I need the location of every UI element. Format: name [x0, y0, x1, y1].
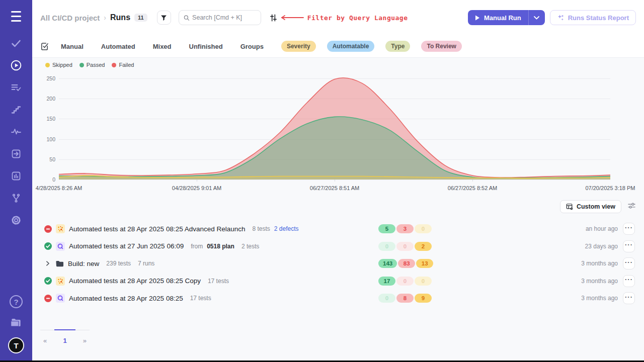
- sidebar-item-activity[interactable]: [9, 125, 23, 139]
- y-tick-label: 50: [49, 156, 55, 162]
- qase-report-icon: [56, 242, 65, 251]
- tab-mixed[interactable]: Mixed: [153, 40, 172, 53]
- skipped-count-badge: 13: [416, 259, 433, 268]
- pagination-page-1[interactable]: 1: [60, 337, 69, 344]
- legend-item-passed[interactable]: Passed: [79, 62, 105, 68]
- row-more-button[interactable]: ···: [623, 257, 635, 269]
- arrow-left-icon: [280, 15, 304, 21]
- passed-count-badge: 17: [378, 277, 395, 286]
- list-check-icon: [10, 81, 22, 94]
- run-row[interactable]: Automated tests at 28 Apr 2025 08:25 Adv…: [40, 220, 636, 238]
- runs-status-report-label: Runs Status Report: [568, 14, 629, 22]
- pill-to-review[interactable]: To Review: [421, 41, 461, 52]
- sidebar-item-integrations[interactable]: [9, 191, 23, 205]
- failed-dot-icon: [112, 63, 116, 67]
- sidebar-item-runs[interactable]: [9, 58, 23, 72]
- row-more-button[interactable]: ···: [623, 223, 635, 235]
- pagination-prev-button[interactable]: «: [40, 337, 50, 344]
- run-tests-count: 2 tests: [242, 243, 259, 250]
- table-columns-settings-icon[interactable]: [627, 202, 636, 211]
- sidebar-item-settings[interactable]: [9, 213, 23, 227]
- run-title[interactable]: Automated tests at 27 Jun 2025 06:09: [69, 242, 184, 250]
- x-tickmark: [335, 179, 335, 182]
- folder-icon: [10, 316, 23, 329]
- y-tick-label: 250: [46, 75, 55, 81]
- status-passed-icon: [44, 242, 52, 250]
- skipped-dot-icon: [45, 63, 50, 67]
- pill-automatable[interactable]: Automatable: [327, 41, 375, 52]
- runs-list: Automated tests at 28 Apr 2025 08:25 Adv…: [32, 220, 644, 307]
- steps-icon: [10, 104, 22, 116]
- legend-item-failed[interactable]: Failed: [112, 62, 134, 68]
- run-title[interactable]: Automated tests at 28 Apr 2025 08:25 Adv…: [69, 225, 246, 233]
- result-badges: 0 0 2: [378, 242, 435, 251]
- table-settings-icon: [566, 203, 573, 210]
- legend-item-skipped[interactable]: Skipped: [45, 62, 72, 68]
- run-group-row[interactable]: Build: new 239 tests 7 runs 143 83 13 3 …: [40, 255, 636, 273]
- breadcrumb-project[interactable]: All CI/CD project: [40, 14, 100, 22]
- run-title[interactable]: Automated tests at 28 Apr 2025 08:25 Cop…: [69, 277, 201, 285]
- row-more-button[interactable]: ···: [623, 240, 635, 252]
- run-defects-link[interactable]: 2 defects: [274, 225, 299, 232]
- tab-unfinished[interactable]: Unfinished: [189, 40, 223, 53]
- search-icon: [184, 15, 189, 21]
- sidebar-item-milestones[interactable]: [9, 103, 23, 117]
- view-controls: Custom view: [32, 200, 644, 213]
- search-box: [179, 10, 261, 25]
- annotation-text: Filter by Query Language: [307, 14, 408, 22]
- expand-chevron-icon[interactable]: [44, 260, 51, 266]
- status-failed-icon: [44, 295, 52, 302]
- tab-groups[interactable]: Groups: [240, 40, 264, 53]
- pill-type[interactable]: Type: [385, 41, 410, 52]
- run-title[interactable]: Automated tests at 28 Apr 2025 08:25: [69, 295, 183, 302]
- import-box-icon: [10, 148, 22, 160]
- group-title[interactable]: Build: new: [68, 260, 99, 267]
- run-from-label: from: [191, 243, 203, 250]
- passed-count-badge: 143: [378, 259, 397, 268]
- filter-funnel-button[interactable]: [157, 11, 171, 25]
- run-tests-count: 17 tests: [208, 278, 229, 285]
- run-plan-link[interactable]: 0518 plan: [207, 243, 234, 250]
- pulse-icon: [10, 126, 22, 138]
- sidebar-item-imports[interactable]: [9, 147, 23, 161]
- run-tests-count: 8 tests: [253, 225, 270, 232]
- tab-manual[interactable]: Manual: [61, 40, 84, 53]
- sidebar-item-projects[interactable]: [9, 316, 23, 330]
- manual-run-button[interactable]: Manual Run: [468, 10, 528, 25]
- sidebar-item-analytics[interactable]: [9, 169, 23, 183]
- pagination-next-button[interactable]: »: [80, 337, 90, 344]
- row-more-button[interactable]: ···: [623, 292, 635, 304]
- manual-run-dropdown-button[interactable]: [529, 10, 545, 25]
- play-icon: [475, 15, 480, 21]
- group-folder-icon: [55, 260, 64, 267]
- result-badges: 17 0 0: [378, 277, 435, 286]
- runs-status-report-button[interactable]: Runs Status Report: [550, 10, 636, 25]
- workspace-avatar[interactable]: T: [8, 337, 24, 353]
- run-row[interactable]: Automated tests at 27 Jun 2025 06:09 fro…: [40, 238, 636, 255]
- y-axis-labels: 050100150200250: [40, 78, 59, 179]
- tab-automated[interactable]: Automated: [101, 40, 135, 53]
- passed-count-badge: 0: [378, 294, 395, 303]
- help-icon[interactable]: ?: [10, 295, 23, 308]
- hamburger-menu-icon[interactable]: [9, 10, 23, 23]
- x-tickmark: [472, 179, 473, 182]
- sidebar-item-test-cases[interactable]: [9, 36, 23, 50]
- search-input[interactable]: [192, 14, 256, 21]
- page-title: Runs: [110, 13, 130, 22]
- sidebar-item-plans[interactable]: [9, 80, 23, 95]
- run-row[interactable]: Automated tests at 28 Apr 2025 08:25 17 …: [40, 290, 636, 307]
- bar-chart-icon: [10, 170, 22, 182]
- annotation: Filter by Query Language: [280, 14, 408, 22]
- branch-icon: [10, 192, 22, 204]
- row-more-button[interactable]: ···: [623, 275, 635, 287]
- run-row[interactable]: Automated tests at 28 Apr 2025 08:25 Cop…: [40, 273, 636, 290]
- skipped-count-badge: 0: [415, 224, 432, 233]
- pill-severity[interactable]: Severity: [281, 41, 316, 52]
- topbar-actions: Manual Run Runs Status Report: [468, 10, 636, 25]
- select-runs-icon[interactable]: [40, 42, 49, 51]
- chart-plot[interactable]: [59, 78, 610, 179]
- automation-spark-icon: [56, 277, 65, 286]
- funnel-icon: [160, 14, 168, 22]
- query-language-filter-icon[interactable]: [269, 14, 278, 22]
- custom-view-button[interactable]: Custom view: [560, 200, 621, 213]
